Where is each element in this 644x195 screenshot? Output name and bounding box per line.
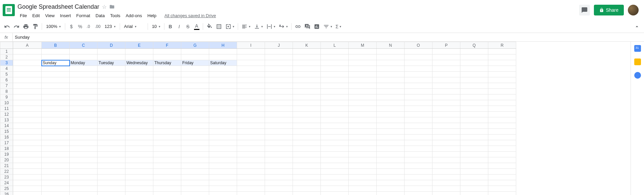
cell-H21[interactable] xyxy=(209,163,237,169)
cell-A20[interactable] xyxy=(13,157,42,163)
cell-B17[interactable] xyxy=(42,140,70,146)
cell-I21[interactable] xyxy=(237,163,265,169)
cell-B19[interactable] xyxy=(42,152,70,157)
col-header-N[interactable]: N xyxy=(377,42,405,49)
cell-B9[interactable] xyxy=(42,94,70,100)
cell-D2[interactable] xyxy=(98,54,125,60)
cell-M19[interactable] xyxy=(349,152,377,157)
cell-K6[interactable] xyxy=(293,77,321,83)
cell-A4[interactable] xyxy=(13,66,42,72)
cell-P21[interactable] xyxy=(432,163,460,169)
borders-button[interactable] xyxy=(215,22,223,31)
row-header-7[interactable]: 7 xyxy=(0,83,13,89)
cell-K22[interactable] xyxy=(293,169,321,174)
cell-F15[interactable] xyxy=(153,129,181,134)
cell-H22[interactable] xyxy=(209,169,237,174)
cell-P13[interactable] xyxy=(432,117,460,123)
menu-view[interactable]: View xyxy=(43,12,57,20)
cell-A8[interactable] xyxy=(13,89,42,94)
cell-C24[interactable] xyxy=(70,180,98,186)
horizontal-align-button[interactable] xyxy=(240,22,252,31)
cell-A1[interactable] xyxy=(13,49,42,54)
comments-button[interactable] xyxy=(579,5,590,15)
cell-J18[interactable] xyxy=(265,146,293,152)
row-header-1[interactable]: 1 xyxy=(0,49,13,54)
cell-N19[interactable] xyxy=(377,152,405,157)
cell-O8[interactable] xyxy=(405,89,432,94)
cell-I17[interactable] xyxy=(237,140,265,146)
cell-P22[interactable] xyxy=(432,169,460,174)
cell-P19[interactable] xyxy=(432,152,460,157)
cell-L6[interactable] xyxy=(321,77,349,83)
cell-C8[interactable] xyxy=(70,89,98,94)
cell-M22[interactable] xyxy=(349,169,377,174)
cell-G1[interactable] xyxy=(181,49,209,54)
cell-I22[interactable] xyxy=(237,169,265,174)
row-header-4[interactable]: 4 xyxy=(0,66,13,72)
increase-decimal-button[interactable]: .00 xyxy=(93,22,102,31)
cell-K23[interactable] xyxy=(293,174,321,180)
cell-E12[interactable] xyxy=(125,112,153,117)
cell-O14[interactable] xyxy=(405,123,432,129)
cell-F20[interactable] xyxy=(153,157,181,163)
folder-icon[interactable] xyxy=(109,4,115,9)
grid-area[interactable]: ABCDEFGHIJKLMNOPQR123SundayMondayTuesday… xyxy=(0,42,631,195)
cell-A15[interactable] xyxy=(13,129,42,134)
cell-I16[interactable] xyxy=(237,134,265,140)
cell-C10[interactable] xyxy=(70,100,98,106)
cell-E14[interactable] xyxy=(125,123,153,129)
avatar[interactable] xyxy=(628,5,639,15)
cell-R13[interactable] xyxy=(488,117,516,123)
menu-insert[interactable]: Insert xyxy=(58,12,73,20)
col-header-O[interactable]: O xyxy=(405,42,432,49)
cell-R25[interactable] xyxy=(488,186,516,192)
cell-H19[interactable] xyxy=(209,152,237,157)
col-header-H[interactable]: H xyxy=(209,42,237,49)
cell-P14[interactable] xyxy=(432,123,460,129)
cell-P26[interactable] xyxy=(432,192,460,195)
cell-J15[interactable] xyxy=(265,129,293,134)
cell-E3[interactable]: Wednesday xyxy=(125,60,153,66)
cell-L18[interactable] xyxy=(321,146,349,152)
cell-H6[interactable] xyxy=(209,77,237,83)
menu-help[interactable]: Help xyxy=(145,12,159,20)
cell-P24[interactable] xyxy=(432,180,460,186)
cell-C26[interactable] xyxy=(70,192,98,195)
cell-I7[interactable] xyxy=(237,83,265,89)
cell-D4[interactable] xyxy=(98,66,125,72)
cell-N11[interactable] xyxy=(377,106,405,112)
cell-F10[interactable] xyxy=(153,100,181,106)
cell-L8[interactable] xyxy=(321,89,349,94)
cell-I10[interactable] xyxy=(237,100,265,106)
cell-L12[interactable] xyxy=(321,112,349,117)
cell-L10[interactable] xyxy=(321,100,349,106)
cell-B5[interactable] xyxy=(42,72,70,77)
vertical-align-button[interactable] xyxy=(253,22,264,31)
cell-G20[interactable] xyxy=(181,157,209,163)
cell-L22[interactable] xyxy=(321,169,349,174)
filter-button[interactable] xyxy=(322,22,334,31)
cell-O24[interactable] xyxy=(405,180,432,186)
currency-button[interactable]: $ xyxy=(67,22,75,31)
cell-P17[interactable] xyxy=(432,140,460,146)
paint-format-button[interactable] xyxy=(31,22,40,31)
cell-A6[interactable] xyxy=(13,77,42,83)
cell-O2[interactable] xyxy=(405,54,432,60)
row-header-12[interactable]: 12 xyxy=(0,112,13,117)
cell-L20[interactable] xyxy=(321,157,349,163)
cell-O15[interactable] xyxy=(405,129,432,134)
row-header-19[interactable]: 19 xyxy=(0,152,13,157)
insert-chart-button[interactable] xyxy=(312,22,321,31)
cell-O18[interactable] xyxy=(405,146,432,152)
cell-B14[interactable] xyxy=(42,123,70,129)
cell-G13[interactable] xyxy=(181,117,209,123)
cell-N3[interactable] xyxy=(377,60,405,66)
cell-P5[interactable] xyxy=(432,72,460,77)
cell-Q10[interactable] xyxy=(460,100,488,106)
menu-file[interactable]: File xyxy=(17,12,29,20)
select-all-corner[interactable] xyxy=(0,42,13,49)
cell-K9[interactable] xyxy=(293,94,321,100)
cell-E11[interactable] xyxy=(125,106,153,112)
cell-J4[interactable] xyxy=(265,66,293,72)
cell-G9[interactable] xyxy=(181,94,209,100)
